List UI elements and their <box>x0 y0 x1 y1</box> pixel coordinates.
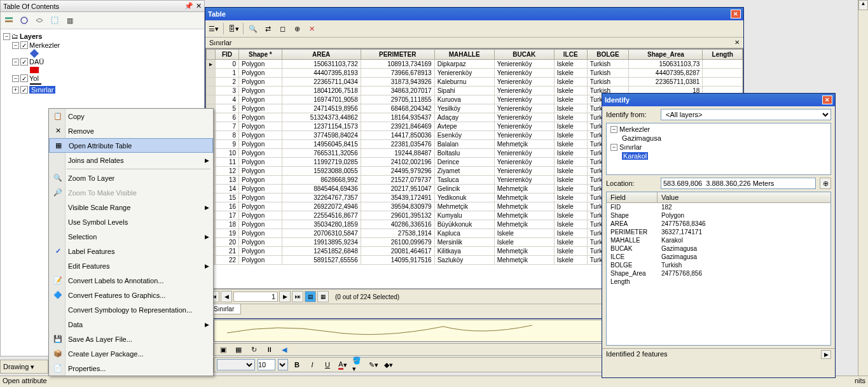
table-titlebar[interactable]: Table ✕ <box>205 8 743 20</box>
ctx-convert-symbology-to-representation-[interactable]: Convert Symbology to Representation... <box>49 302 213 317</box>
app-vscrollbar[interactable]: ▲ <box>858 0 868 376</box>
identify-attr-row[interactable]: ShapePolygon <box>607 211 830 220</box>
table-row[interactable]: 2Polygon22365711,043431873,943926Kalebur… <box>207 78 743 87</box>
identify-attr-row[interactable]: FID182 <box>607 203 830 211</box>
expander-icon[interactable]: + <box>12 87 19 94</box>
select-by-attr-icon[interactable]: 🔍 <box>247 22 259 35</box>
nav-last-icon[interactable]: ⏭ <box>292 291 303 302</box>
marker-color-icon[interactable]: ◆▾ <box>382 358 395 371</box>
font-family-select[interactable] <box>217 359 255 370</box>
ctx-use-symbol-levels[interactable]: Use Symbol Levels <box>49 215 213 229</box>
identify-attrs[interactable]: Field Value FID182ShapePolygonAREA247757… <box>606 192 831 346</box>
layer-checkbox[interactable] <box>20 74 28 82</box>
identify-attr-row[interactable]: Shape_Area24775768,856 <box>607 269 830 278</box>
refresh-icon[interactable]: ↻ <box>247 343 260 356</box>
identify-tree-item[interactable]: Gazimagusa <box>608 134 829 143</box>
toc-options-icon[interactable]: ▥ <box>63 13 77 27</box>
ctx-zoom-to-layer[interactable]: 🔍Zoom To Layer <box>49 171 213 185</box>
close-icon[interactable]: ✕ <box>822 95 832 104</box>
italic-icon[interactable]: I <box>306 358 319 371</box>
layer-checkbox[interactable] <box>20 86 28 94</box>
font-size-input[interactable] <box>258 359 275 370</box>
table-row[interactable]: 1Polygon44407395,819373966,678913Yeniere… <box>207 69 743 78</box>
col-header[interactable]: Shape * <box>239 50 282 60</box>
col-header[interactable]: FID <box>216 50 239 60</box>
identify-tree[interactable]: − MerkezlerGazimagusa− SınırlarKarakol <box>606 123 831 175</box>
layer-checkbox[interactable] <box>20 41 28 49</box>
nav-position-input[interactable] <box>233 292 278 302</box>
identify-next-icon[interactable]: ▶ <box>821 350 831 359</box>
line-color-icon[interactable]: ✎▾ <box>367 358 380 371</box>
identify-from-select[interactable]: <All layers> <box>661 109 831 120</box>
expander-icon[interactable]: − <box>12 42 19 49</box>
nav-prev-icon[interactable]: ◀ <box>221 291 232 302</box>
ctx-visible-scale-range[interactable]: Visible Scale Range▶ <box>49 200 213 215</box>
identify-tree-item[interactable]: − Merkezler <box>608 125 829 134</box>
data-view-icon[interactable]: ▣ <box>217 343 230 356</box>
expander-icon[interactable]: − <box>12 75 19 82</box>
pin-icon[interactable]: 📌 <box>184 2 193 10</box>
identify-attr-row[interactable]: PERIMETER36327,174171 <box>607 228 830 236</box>
identify-titlebar[interactable]: Identify ✕ <box>602 94 835 106</box>
col-header[interactable]: ILCE <box>554 50 587 60</box>
close-icon[interactable]: ✕ <box>196 2 202 10</box>
location-input[interactable] <box>661 178 816 189</box>
layer-checkbox[interactable] <box>20 58 28 66</box>
toc-list-by-drawing-icon[interactable] <box>2 13 16 27</box>
toc-list-by-visibility-icon[interactable] <box>32 13 46 27</box>
col-header[interactable]: BOLGE <box>587 50 629 60</box>
expander-icon[interactable]: − <box>610 144 617 151</box>
expander-icon[interactable]: − <box>610 126 617 133</box>
ctx-properties-[interactable]: 📄Properties... <box>49 361 213 376</box>
tree-root[interactable]: − 🗂 Layers <box>3 32 204 41</box>
col-header[interactable]: MAHALLE <box>434 50 494 60</box>
ctx-copy[interactable]: 📋Copy <box>49 109 213 123</box>
toc-layer[interactable]: − DAÜ <box>3 57 204 66</box>
identify-tree-item[interactable]: Karakol <box>608 151 829 160</box>
clear-selection-icon[interactable]: ◻ <box>276 22 289 35</box>
zoom-selected-icon[interactable]: ⊕ <box>291 22 303 35</box>
table-row[interactable]: ▸0Polygon150631103,732108913,734169Dipka… <box>207 60 743 69</box>
ctx-label-features[interactable]: ✓Label Features <box>49 244 213 258</box>
ctx-convert-features-to-graphics-[interactable]: 🔷Convert Features to Graphics... <box>49 288 213 302</box>
show-all-icon[interactable]: ▤ <box>305 291 316 302</box>
fill-color-icon[interactable]: 🪣▾ <box>352 358 364 371</box>
ctx-convert-labels-to-annotation-[interactable]: 📝Convert Labels to Annotation... <box>49 273 213 288</box>
back-icon[interactable]: ◀ <box>278 343 291 356</box>
underline-icon[interactable]: U <box>321 358 334 371</box>
font-size-dd[interactable] <box>278 359 288 370</box>
ctx-selection[interactable]: Selection▶ <box>49 229 213 244</box>
layout-view-icon[interactable]: ▦ <box>232 343 245 356</box>
identify-attr-row[interactable]: BOLGETurkish <box>607 261 830 269</box>
expander-icon[interactable]: − <box>12 59 19 66</box>
toc-list-by-source-icon[interactable] <box>17 13 31 27</box>
map-canvas[interactable] <box>214 320 608 342</box>
identify-attr-row[interactable]: MAHALLEKarakol <box>607 236 830 244</box>
identify-attr-row[interactable]: Length <box>607 278 830 286</box>
col-header[interactable]: Length <box>703 50 743 60</box>
identify-attr-row[interactable]: ILCEGazimagusa <box>607 253 830 261</box>
bold-icon[interactable]: B <box>291 358 303 371</box>
toc-layer[interactable]: − Yol <box>3 74 204 83</box>
show-selected-icon[interactable]: ▦ <box>317 291 329 302</box>
related-tables-icon[interactable]: 🗄▾ <box>227 22 240 35</box>
ctx-joins-and-relates[interactable]: Joins and Relates▶ <box>49 153 213 167</box>
ctx-data[interactable]: Data▶ <box>49 317 213 332</box>
ctx-remove[interactable]: ✕Remove <box>49 123 213 138</box>
pause-icon[interactable]: ⏸ <box>263 343 275 356</box>
toc-layer[interactable]: + Sınırlar <box>3 85 204 94</box>
identify-attr-row[interactable]: BUCAKGazimagusa <box>607 244 830 253</box>
col-header[interactable]: BUCAK <box>494 50 554 60</box>
identify-tree-item[interactable]: − Sınırlar <box>608 143 829 151</box>
col-header[interactable]: AREA <box>282 50 361 60</box>
identify-attr-row[interactable]: AREA24775768,8346 <box>607 220 830 228</box>
toc-layer[interactable]: − Merkezler <box>3 41 204 50</box>
ctx-save-as-layer-file-[interactable]: 💾Save As Layer File... <box>49 332 213 346</box>
col-header[interactable]: PERIMETER <box>361 50 434 60</box>
location-tool-icon[interactable]: ⊕ <box>820 178 831 189</box>
ctx-open-attribute-table[interactable]: ▦Open Attribute Table <box>49 138 213 153</box>
close-icon[interactable]: ✕ <box>731 10 741 18</box>
font-color-icon[interactable]: A▾ <box>336 358 349 371</box>
expander-icon[interactable]: − <box>3 33 10 40</box>
toc-list-by-selection-icon[interactable] <box>48 13 62 27</box>
